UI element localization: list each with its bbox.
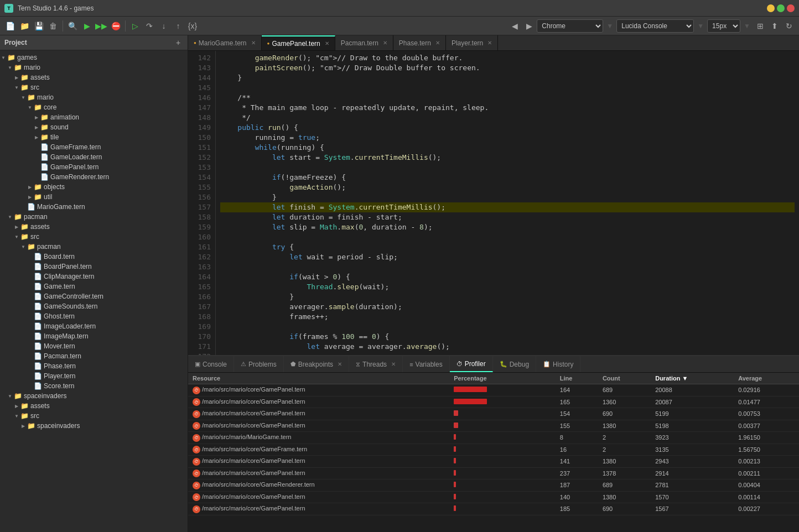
- stop-button[interactable]: ⛔: [109, 19, 122, 33]
- tree-arrow-animation[interactable]: ▶: [33, 115, 40, 120]
- tree-item-GameSounds[interactable]: 📄GameSounds.tern: [0, 301, 188, 311]
- tree-arrow-assets3[interactable]: ▶: [13, 404, 20, 409]
- tree-item-Game[interactable]: 📄Game.tern: [0, 281, 188, 291]
- tree-item-ClipManager[interactable]: 📄ClipManager.tern: [0, 272, 188, 281]
- tree-arrow-games[interactable]: ▼: [0, 55, 7, 60]
- tree-arrow-core[interactable]: ▼: [27, 105, 33, 110]
- tree-item-Board[interactable]: 📄Board.tern: [0, 252, 188, 262]
- tree-item-Player[interactable]: 📄Player.tern: [0, 371, 188, 381]
- panel-tab-problems[interactable]: ⚠Problems: [234, 356, 284, 372]
- panel-tab-console[interactable]: ▣Console: [188, 356, 234, 372]
- profiler-row-3[interactable]: ⏱ /mario/src/mario/core/GamePanel.tern15…: [188, 420, 799, 432]
- tree-item-GameRenderer[interactable]: 📄GameRenderer.tern: [0, 172, 188, 182]
- font-family-selector[interactable]: Lucida Console: [616, 19, 694, 33]
- nav-forward-button[interactable]: ▶: [522, 19, 536, 33]
- maximize-button[interactable]: [777, 4, 785, 12]
- tree-item-animation[interactable]: ▶📁animation: [0, 112, 188, 122]
- tab-close-3[interactable]: ✕: [435, 40, 440, 46]
- tree-arrow-pacman[interactable]: ▼: [7, 215, 13, 220]
- tree-item-Phase[interactable]: 📄Phase.tern: [0, 361, 188, 371]
- tree-item-BoardPanel[interactable]: 📄BoardPanel.tern: [0, 262, 188, 272]
- tree-arrow-tile[interactable]: ▶: [33, 135, 40, 140]
- tree-arrow-src3[interactable]: ▼: [13, 414, 20, 419]
- col-count[interactable]: Count: [598, 373, 651, 384]
- tree-arrow-src[interactable]: ▼: [13, 85, 20, 90]
- tree-item-sound[interactable]: ▶📁sound: [0, 122, 188, 132]
- tab-close-4[interactable]: ✕: [487, 40, 492, 46]
- tree-arrow-objects[interactable]: ▶: [27, 185, 33, 190]
- tree-item-Pacman[interactable]: 📄Pacman.tern: [0, 351, 188, 361]
- tree-item-MarioGame[interactable]: 📄MarioGame.tern: [0, 202, 188, 212]
- profiler-row-0[interactable]: ⏱ /mario/src/mario/core/GamePanel.tern16…: [188, 384, 799, 397]
- tree-arrow-mario[interactable]: ▼: [7, 65, 13, 70]
- panel-tab-debug[interactable]: 🐛Debug: [493, 356, 536, 372]
- debug-button[interactable]: ▷: [128, 19, 142, 33]
- tree-item-src2[interactable]: ▼📁src: [0, 232, 188, 242]
- tree-item-util[interactable]: ▶📁util: [0, 192, 188, 202]
- tree-arrow-pacman2[interactable]: ▼: [20, 244, 27, 249]
- tree-item-pacman2[interactable]: ▼📁pacman: [0, 242, 188, 252]
- sidebar-tree[interactable]: ▼📁games▼📁mario▶📁assets▼📁src▼📁mario▼📁core…: [0, 50, 188, 532]
- panel-tab-history[interactable]: 📋History: [536, 356, 580, 372]
- editor-tab-0[interactable]: ●MarioGame.tern✕: [188, 35, 262, 50]
- minimize-button[interactable]: [767, 4, 775, 12]
- tree-item-Score[interactable]: 📄Score.tern: [0, 381, 188, 391]
- save-button[interactable]: 💾: [32, 19, 45, 33]
- run-button[interactable]: ▶: [80, 19, 94, 33]
- panel-tab-profiler[interactable]: ⏱Profiler: [450, 356, 493, 372]
- tree-item-src3[interactable]: ▼📁src: [0, 411, 188, 421]
- tab-close-0[interactable]: ✕: [251, 40, 256, 46]
- step-into-button[interactable]: ↓: [157, 19, 170, 33]
- col-line[interactable]: Line: [556, 373, 598, 384]
- tree-arrow-assets[interactable]: ▶: [13, 75, 20, 80]
- new-file-button[interactable]: 📄: [3, 19, 17, 33]
- tree-arrow-mario2[interactable]: ▼: [20, 95, 27, 100]
- open-button[interactable]: 📁: [18, 19, 31, 33]
- delete-button[interactable]: 🗑: [46, 19, 60, 33]
- tree-item-ImageLoader[interactable]: 📄ImageLoader.tern: [0, 321, 188, 331]
- code-editor[interactable]: 1421431441451461471481491501511521531541…: [188, 51, 799, 355]
- code-content[interactable]: gameRender(); "cm">// Draw to the double…: [216, 51, 799, 355]
- col-resource[interactable]: Resource: [188, 373, 449, 384]
- tree-arrow-util[interactable]: ▶: [27, 195, 33, 200]
- editor-tab-2[interactable]: Pacman.tern✕: [335, 35, 393, 50]
- sidebar-add-button[interactable]: +: [173, 38, 183, 48]
- tree-item-Ghost[interactable]: 📄Ghost.tern: [0, 311, 188, 321]
- step-out-button[interactable]: ↑: [172, 19, 185, 33]
- panel-tab-threads[interactable]: ⧖Threads✕: [349, 356, 403, 372]
- tree-item-core[interactable]: ▼📁core: [0, 102, 188, 112]
- profiler-row-4[interactable]: ⏱ /mario/src/mario/MarioGame.tern8239231…: [188, 432, 799, 444]
- tree-item-tile[interactable]: ▶📁tile: [0, 132, 188, 142]
- tree-item-assets[interactable]: ▶📁assets: [0, 72, 188, 82]
- breakpoint-button[interactable]: {x}: [186, 19, 199, 33]
- tree-item-objects[interactable]: ▶📁objects: [0, 182, 188, 192]
- tree-item-GameLoader[interactable]: 📄GameLoader.tern: [0, 152, 188, 162]
- tree-item-Mover[interactable]: 📄Mover.tern: [0, 341, 188, 351]
- tree-arrow-src2[interactable]: ▼: [13, 234, 20, 239]
- tree-item-GameController[interactable]: 📄GameController.tern: [0, 291, 188, 301]
- tree-item-src[interactable]: ▼📁src: [0, 82, 188, 92]
- profiler-row-2[interactable]: ⏱ /mario/src/mario/core/GamePanel.tern15…: [188, 408, 799, 420]
- tree-item-pacman[interactable]: ▼📁pacman: [0, 212, 188, 222]
- export-button[interactable]: ⬆: [768, 19, 781, 33]
- col-percentage[interactable]: Percentage: [449, 373, 556, 384]
- tree-item-mario[interactable]: ▼📁mario: [0, 62, 188, 72]
- search-button[interactable]: 🔍: [66, 19, 79, 33]
- panel-tab-close-3[interactable]: ✕: [391, 361, 396, 367]
- col-duration[interactable]: Duration ▼: [651, 373, 734, 384]
- profiler-row-6[interactable]: ⏱ /mario/src/mario/core/GamePanel.tern14…: [188, 456, 799, 468]
- run-all-button[interactable]: ▶▶: [95, 19, 108, 33]
- tree-arrow-spaceinvaders[interactable]: ▼: [7, 394, 13, 399]
- col-average[interactable]: Average: [734, 373, 799, 384]
- profiler-row-8[interactable]: ⏱ /mario/src/mario/core/GameRenderer.ter…: [188, 479, 799, 492]
- layout-button[interactable]: ⊞: [754, 19, 767, 33]
- font-selector[interactable]: Chrome: [537, 19, 603, 33]
- tree-item-assets2[interactable]: ▶📁assets: [0, 222, 188, 232]
- tree-arrow-sound[interactable]: ▶: [33, 125, 40, 130]
- tree-arrow-spaceinvaders2[interactable]: ▶: [20, 424, 27, 429]
- step-over-button[interactable]: ↷: [143, 19, 156, 33]
- panel-tab-variables[interactable]: ≡Variables: [403, 356, 450, 372]
- profiler-row-1[interactable]: ⏱ /mario/src/mario/core/GamePanel.tern16…: [188, 396, 799, 408]
- tab-close-2[interactable]: ✕: [383, 40, 387, 46]
- tree-item-ImageMap[interactable]: 📄ImageMap.tern: [0, 331, 188, 341]
